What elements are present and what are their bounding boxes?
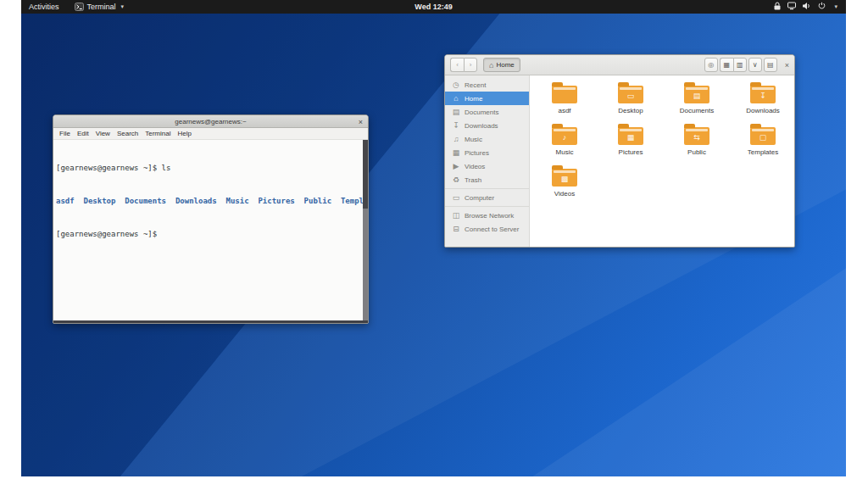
- close-button[interactable]: ×: [359, 115, 363, 128]
- clock[interactable]: Wed 12:49: [415, 0, 452, 14]
- menu-help[interactable]: Help: [174, 128, 194, 139]
- terminal-menubar: File Edit View Search Terminal Help: [53, 128, 368, 140]
- folder-emblem: ▦: [618, 132, 643, 142]
- back-icon: ‹: [456, 61, 459, 69]
- screenshot-page: Activities Terminal ▾ Wed 12:49: [0, 0, 868, 479]
- folder-label: Desktop: [618, 107, 643, 114]
- sidebar-item-label: Downloads: [465, 122, 498, 130]
- menu-terminal[interactable]: Terminal: [142, 128, 174, 139]
- chevron-down-icon: ∨: [753, 61, 758, 69]
- sidebar-item-pictures[interactable]: ▦ Pictures: [445, 146, 529, 159]
- files-content-area[interactable]: asdf ▭ Desktop ▤ Documents ↧ Downloads: [530, 75, 794, 247]
- terminal-app-icon: [75, 3, 84, 11]
- folder-item-music[interactable]: ♪ Music: [531, 120, 598, 161]
- computer-icon: ▭: [452, 193, 460, 202]
- terminal-output[interactable]: [gearnews@gearnews ~]$ ls asdf Desktop D…: [53, 140, 368, 323]
- sidebar-item-home[interactable]: ⌂ Home: [445, 92, 529, 105]
- home-icon: ⌂: [489, 61, 493, 70]
- sidebar-item-browse-network[interactable]: ◫ Browse Network: [445, 209, 529, 222]
- scrollbar-thumb[interactable]: [363, 140, 368, 209]
- location-label: Home: [496, 61, 514, 69]
- view-options-dropdown-button[interactable]: ∨: [748, 58, 762, 72]
- videos-icon: ▶: [452, 162, 460, 170]
- folder-icon: ↧: [750, 86, 776, 103]
- sidebar-item-label: Music: [465, 136, 482, 143]
- folder-icon: ♪: [552, 127, 577, 145]
- terminal-line-ls-output: asdf Desktop Documents Downloads Music P…: [56, 196, 359, 207]
- sidebar-item-label: Home: [465, 95, 482, 103]
- folder-item-public[interactable]: ⇆ Public: [664, 120, 730, 161]
- folder-emblem: ↧: [750, 91, 776, 101]
- back-button[interactable]: ‹: [450, 58, 464, 72]
- folder-item-downloads[interactable]: ↧ Downloads: [730, 78, 794, 120]
- activities-button[interactable]: Activities: [21, 0, 67, 14]
- terminal-titlebar[interactable]: gearnews@gearnews:~ ×: [53, 115, 368, 128]
- sidebar-item-label: Pictures: [465, 149, 489, 157]
- menu-edit[interactable]: Edit: [74, 128, 92, 139]
- sidebar-separator: [445, 206, 529, 207]
- search-icon: ◎: [708, 61, 714, 69]
- list-view-button[interactable]: ▥: [733, 58, 747, 72]
- sidebar-item-computer[interactable]: ▭ Computer: [445, 191, 529, 204]
- menu-view[interactable]: View: [92, 128, 114, 139]
- home-icon: ⌂: [452, 94, 460, 103]
- documents-icon: ▤: [452, 108, 460, 116]
- forward-icon: ›: [470, 61, 472, 69]
- folder-icon: ▭: [618, 86, 643, 103]
- view-toggle-group: ▦ ▥: [720, 58, 747, 72]
- desktop: Activities Terminal ▾ Wed 12:49: [21, 0, 846, 476]
- sidebar-item-label: Documents: [465, 109, 498, 116]
- sidebar-item-downloads[interactable]: ↧ Downloads: [445, 119, 529, 132]
- sidebar-item-music[interactable]: ♫ Music: [445, 132, 529, 146]
- window-menu-button[interactable]: ▤: [764, 58, 777, 72]
- chevron-down-icon: ▾: [834, 3, 837, 10]
- menu-search[interactable]: Search: [114, 128, 142, 139]
- folder-emblem: ▢: [750, 132, 776, 142]
- sidebar-item-videos[interactable]: ▶ Videos: [445, 159, 529, 173]
- folder-label: Pictures: [619, 148, 643, 156]
- sidebar-item-documents[interactable]: ▤ Documents: [445, 105, 529, 119]
- grid-view-button[interactable]: ▦: [720, 58, 733, 72]
- folder-label: Downloads: [746, 107, 780, 114]
- folder-item-videos[interactable]: ▩ Videos: [531, 161, 598, 203]
- folder-item-templates[interactable]: ▢ Templates: [730, 120, 794, 161]
- close-button[interactable]: ×: [785, 61, 789, 70]
- recent-icon: ◷: [452, 81, 460, 89]
- network-icon: ◫: [452, 211, 460, 220]
- folder-emblem: ⇆: [684, 132, 709, 142]
- grid-view-icon: ▦: [723, 61, 730, 69]
- lock-icon: [774, 2, 781, 12]
- folder-emblem: ▭: [618, 91, 643, 101]
- app-menu-label: Terminal: [87, 3, 116, 11]
- folder-item-documents[interactable]: ▤ Documents: [664, 78, 730, 120]
- folder-icon: ▢: [750, 127, 776, 145]
- folder-item-pictures[interactable]: ▦ Pictures: [598, 120, 664, 161]
- sidebar-item-label: Connect to Server: [465, 226, 519, 233]
- terminal-line-prompt: [gearnews@gearnews ~]$: [56, 229, 359, 240]
- folder-icon: ⇆: [684, 127, 709, 145]
- folder-icon: ▤: [684, 86, 709, 103]
- sidebar-item-trash[interactable]: ♻ Trash: [445, 173, 529, 187]
- folder-icon: ▦: [618, 127, 643, 145]
- folder-icon: ▩: [552, 169, 577, 187]
- location-home-button[interactable]: ⌂ Home: [483, 58, 520, 72]
- sidebar-item-label: Computer: [465, 194, 494, 202]
- system-tray[interactable]: ▾: [765, 0, 846, 14]
- terminal-scrollbar[interactable]: [363, 140, 368, 320]
- files-toolbar[interactable]: ‹ › ⌂ Home ◎ ▦: [445, 55, 794, 75]
- folder-icon: [552, 86, 577, 103]
- folder-item-desktop[interactable]: ▭ Desktop: [598, 78, 664, 120]
- sidebar-item-recent[interactable]: ◷ Recent: [445, 78, 529, 92]
- sidebar-item-connect-to-server[interactable]: ⊟ Connect to Server: [445, 222, 529, 236]
- display-icon: [787, 2, 796, 12]
- menu-file[interactable]: File: [56, 128, 74, 139]
- terminal-window: gearnews@gearnews:~ × File Edit View Sea…: [53, 114, 369, 324]
- files-window: ‹ › ⌂ Home ◎ ▦: [444, 54, 795, 248]
- forward-button[interactable]: ›: [464, 58, 477, 72]
- volume-icon: [803, 2, 811, 12]
- folder-emblem: ▩: [552, 174, 577, 184]
- folder-item-asdf[interactable]: asdf: [531, 78, 598, 120]
- app-menu-terminal[interactable]: Terminal ▾: [67, 0, 132, 14]
- search-button[interactable]: ◎: [704, 58, 718, 72]
- folder-label: Documents: [680, 107, 714, 114]
